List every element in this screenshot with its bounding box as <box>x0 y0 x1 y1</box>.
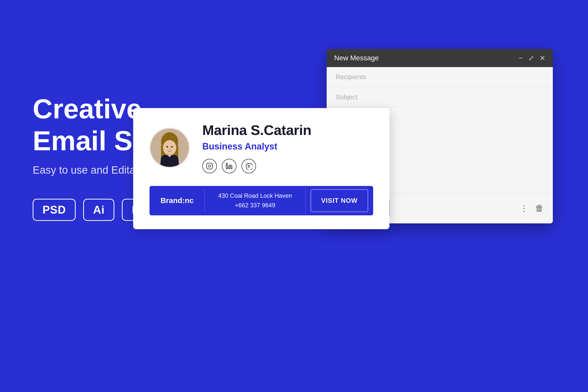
address-line1: 430 Coal Road Lock Haven <box>215 191 295 201</box>
compose-title: New Message <box>334 54 379 62</box>
svg-point-11 <box>211 164 211 165</box>
svg-rect-12 <box>226 165 227 169</box>
signature-name: Marina S.Catarin <box>202 122 373 138</box>
close-icon[interactable]: ✕ <box>540 54 545 62</box>
svg-point-7 <box>171 146 173 148</box>
svg-point-13 <box>226 163 227 164</box>
subject-field[interactable]: Subject <box>327 87 553 107</box>
window-controls: − ⤢ ✕ <box>519 54 545 62</box>
company-address: 430 Coal Road Lock Haven +662 337 9649 <box>205 186 306 215</box>
avatar <box>150 128 190 168</box>
badge-ai: Ai <box>83 199 114 221</box>
trash-icon[interactable]: 🗑 <box>535 203 544 213</box>
svg-point-8 <box>169 148 170 149</box>
signature-card: Marina S.Catarin Business Analyst <box>133 108 389 229</box>
instagram-icon[interactable] <box>202 159 217 173</box>
svg-point-10 <box>208 165 211 167</box>
skype-icon[interactable] <box>241 159 256 173</box>
recipients-label: Recipients <box>336 73 366 81</box>
signature-info: Marina S.Catarin Business Analyst <box>202 122 373 173</box>
svg-rect-9 <box>207 163 212 169</box>
svg-point-5 <box>163 140 176 155</box>
linkedin-icon[interactable] <box>222 159 236 173</box>
subject-label: Subject <box>336 93 358 101</box>
signature-footer: Brand:nc 430 Coal Road Lock Haven +662 3… <box>150 186 373 215</box>
company-name: Brand:nc <box>150 189 205 212</box>
toolbar-actions: ⋮ 🗑 <box>520 203 544 213</box>
address-line2: +662 337 9649 <box>215 201 295 210</box>
signature-role: Business Analyst <box>202 141 373 152</box>
maximize-icon[interactable]: ⤢ <box>528 54 534 62</box>
badge-psd: PSD <box>33 199 76 221</box>
svg-point-6 <box>166 146 168 148</box>
visit-now-button[interactable]: VISIT NOW <box>311 189 368 212</box>
signature-socials <box>202 159 373 173</box>
minimize-icon[interactable]: − <box>519 54 523 62</box>
more-options-icon[interactable]: ⋮ <box>520 203 528 213</box>
recipients-field[interactable]: Recipients <box>327 67 553 87</box>
signature-top: Marina S.Catarin Business Analyst <box>150 122 373 173</box>
compose-titlebar: New Message − ⤢ ✕ <box>327 49 553 67</box>
